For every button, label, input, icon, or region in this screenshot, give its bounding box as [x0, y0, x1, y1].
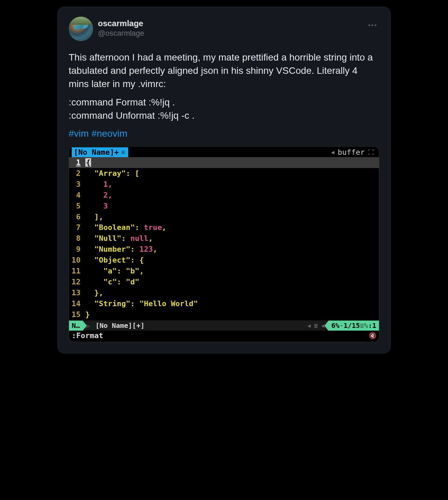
hashtag-link[interactable]: #vim — [69, 128, 89, 139]
line-number: 7 — [69, 222, 85, 233]
code-line: 15} — [69, 309, 379, 320]
mute-icon[interactable]: 🔇 — [369, 332, 376, 339]
tweet-hashtags: #vim #neovim — [69, 127, 379, 140]
code-line: 5 3 — [69, 201, 379, 212]
avatar[interactable] — [69, 17, 93, 41]
author-names[interactable]: oscarmlage @oscarmlage — [98, 17, 144, 38]
json-string: "b" — [126, 267, 139, 275]
code-line: 2 "Array": [ — [69, 168, 379, 179]
line-number: 2 — [69, 168, 85, 179]
code-line: 9 "Number": 123, — [69, 244, 379, 255]
line-number: 6 — [69, 212, 85, 222]
json-key: "Boolean" — [94, 223, 135, 232]
terminal-top-right: ◀ buffer ⛶ — [331, 148, 376, 156]
punct: : { — [130, 256, 144, 264]
tweet-code-line: :command Unformat :%!jq -c . — [69, 110, 194, 121]
json-key: "a" — [103, 267, 117, 275]
line-number: 11 — [69, 266, 85, 277]
json-number: 2, — [103, 191, 113, 199]
chevron-left-icon: ◀ — [331, 149, 334, 155]
json-key: "Null" — [94, 234, 121, 243]
command-text: :Format — [72, 331, 103, 340]
json-number: 123 — [139, 245, 153, 253]
json-keyword: true — [144, 223, 162, 232]
json-string: "Hello World" — [139, 299, 198, 308]
code-line: 3 1, — [69, 179, 379, 190]
line-number: 12 — [69, 277, 85, 287]
hashtag-link[interactable]: #neovim — [91, 128, 127, 139]
line-number: 10 — [69, 255, 85, 266]
punct: : — [117, 278, 126, 286]
code-line: 6 ], — [69, 212, 379, 222]
punct: : — [117, 267, 126, 275]
json-number: 1, — [103, 180, 113, 188]
punct: : — [135, 223, 144, 232]
chevron-left-icon: ◀ — [321, 322, 325, 329]
position-indicator: 6%·1/15≡%:1 — [325, 320, 379, 331]
code-line: 11 "a": "b", — [69, 266, 379, 277]
punct: , — [153, 245, 157, 253]
code-line: 1{ — [69, 157, 379, 168]
line-number: 14 — [69, 298, 85, 309]
statusline: N… ▶ [No Name][+] ◀ ≡ ◀ 6%·1/15≡%:1 — [69, 320, 379, 331]
code-line: 8 "Null": null, — [69, 233, 379, 244]
tweet-code-lines: :command Format :%!jq . :command Unforma… — [69, 96, 379, 122]
punct: ], — [94, 213, 104, 221]
filetype-icon: ≡ — [314, 322, 318, 329]
code-area: 1{ 2 "Array": [ 3 1, 4 2, 5 3 6 ], 7 "Bo… — [69, 157, 379, 320]
tweet-code-line: :command Format :%!jq . — [69, 97, 175, 107]
code-line: 10 "Object": { — [69, 255, 379, 266]
json-keyword: null — [130, 234, 148, 243]
punct: : — [121, 234, 131, 243]
line-number: 15 — [69, 309, 85, 320]
display-name: oscarmlage — [98, 19, 144, 29]
punct: } — [85, 310, 90, 319]
terminal-tabbar: [No Name]+ ≡ ◀ buffer ⛶ — [69, 147, 379, 157]
line-number: 1 — [69, 157, 85, 168]
statusline-filename: [No Name][+] — [91, 321, 150, 330]
line-number: 5 — [69, 201, 85, 212]
terminal-tab[interactable]: [No Name]+ ≡ — [72, 147, 128, 157]
line-number: 4 — [69, 190, 85, 201]
json-number: 3 — [103, 202, 108, 210]
position-pct: 6% — [331, 321, 340, 330]
punct: : — [130, 299, 139, 308]
chevron-left-icon: ◀ — [307, 322, 311, 329]
code-line: 12 "c": "d" — [69, 277, 379, 287]
code-line: 13 }, — [69, 287, 379, 298]
buffer-label: buffer — [338, 148, 365, 156]
code-line: 4 2, — [69, 190, 379, 201]
line-number: 13 — [69, 287, 85, 298]
punct: , — [148, 234, 153, 243]
more-menu-icon[interactable]: ••• — [366, 20, 379, 31]
tweet-paragraph: This afternoon I had a meeting, my mate … — [69, 51, 379, 91]
position-col: :1 — [368, 321, 376, 330]
tweet-header: oscarmlage @oscarmlage ••• — [69, 17, 379, 41]
punct: : [ — [126, 169, 139, 178]
statusline-right: ◀ ≡ ◀ — [307, 322, 324, 329]
command-line[interactable]: :Format 🔇 — [69, 331, 379, 342]
json-string: "d" — [126, 278, 139, 286]
tab-glyph-icon: ≡ — [121, 149, 125, 155]
expand-icon[interactable]: ⛶ — [368, 149, 374, 156]
code-line: 7 "Boolean": true, — [69, 222, 379, 233]
json-key: "Object" — [94, 256, 131, 264]
json-key: "c" — [103, 278, 117, 286]
tweet-card: oscarmlage @oscarmlage ••• This afternoo… — [57, 7, 391, 353]
tweet-body: This afternoon I had a meeting, my mate … — [69, 51, 379, 140]
punct: , — [162, 223, 166, 232]
line-number: 3 — [69, 179, 85, 190]
tab-label: [No Name]+ — [74, 148, 119, 156]
position-line: 1/15 — [344, 321, 360, 330]
json-key: "String" — [94, 299, 131, 308]
json-key: "Array" — [94, 169, 126, 178]
punct: , — [139, 267, 144, 275]
line-number: 8 — [69, 233, 85, 244]
punct: }, — [94, 288, 104, 297]
line-number: 9 — [69, 244, 85, 255]
code-line: 14 "String": "Hello World" — [69, 298, 379, 309]
handle: @oscarmlage — [98, 29, 144, 38]
mode-indicator: N… — [69, 320, 87, 331]
cursor: { — [85, 158, 91, 167]
json-key: "Number" — [94, 245, 131, 253]
